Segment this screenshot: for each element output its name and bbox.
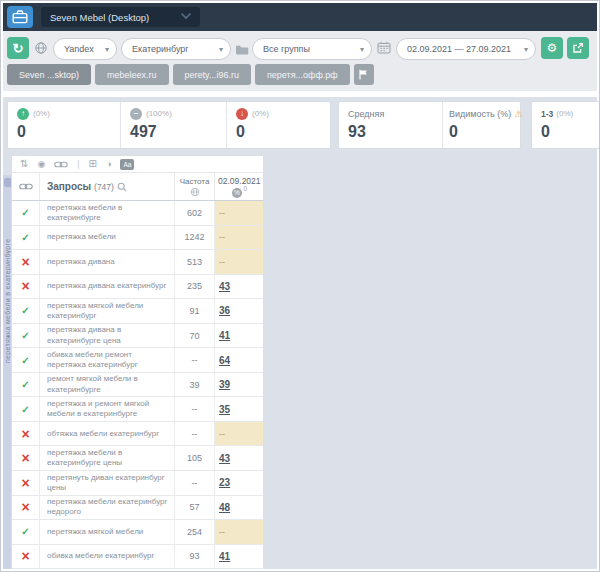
link-column-header[interactable] xyxy=(12,173,40,200)
summary-cards-metrics: Средняя 93 Видимость (%) ⚠ 0 xyxy=(338,101,521,149)
down-percent: (0%) xyxy=(252,109,269,118)
frequency-cell: 39 xyxy=(175,373,215,397)
table-row: ✓перетяжка мебели1242-- xyxy=(12,226,263,251)
region-select[interactable]: Екатеринбург ▾ xyxy=(121,38,231,60)
project-tag[interactable]: perety...i96.ru xyxy=(173,64,251,85)
search-engine-select[interactable]: Yandex ▾ xyxy=(53,38,117,60)
position-link[interactable]: 43 xyxy=(219,453,230,464)
flag-icon xyxy=(358,69,369,80)
query-cell[interactable]: перетяжка мебели в екатеринбурге xyxy=(40,201,175,225)
arrow-down-circle-icon: ↓ xyxy=(236,108,248,120)
status-cell: × xyxy=(12,446,40,470)
refresh-button[interactable]: ↻ xyxy=(7,37,29,59)
table-row: ×перетяжка дивана513-- xyxy=(12,250,263,275)
query-cell[interactable]: перетяжка дивана xyxy=(40,250,175,274)
query-cell[interactable]: перетяжка мебели в екатеринбурге цены xyxy=(40,446,175,470)
chevron-down-icon: ▾ xyxy=(360,45,364,54)
frequency-cell: -- xyxy=(175,422,215,446)
position-cell: 64 xyxy=(215,348,263,372)
date-label: 02.09.2021 xyxy=(218,176,263,186)
folder-icon[interactable] xyxy=(235,44,249,55)
query-cell[interactable]: перетяжка мягкой мебели xyxy=(40,520,175,544)
top-bar: Seven Mebel (Desktop) xyxy=(3,3,597,31)
position-link[interactable]: 41 xyxy=(219,551,230,562)
status-cell: ✓ xyxy=(12,348,40,372)
date-column-header[interactable]: 02.09.2021 % 0 xyxy=(215,173,263,200)
query-cell[interactable]: перетяжка и ремонт мягкой мебели в екате… xyxy=(40,397,175,421)
projects-home-button[interactable] xyxy=(7,6,33,28)
cross-icon: × xyxy=(21,257,29,267)
flag-marker-button[interactable] xyxy=(354,64,374,85)
unchanged-percent: (100%) xyxy=(146,109,172,118)
check-icon: ✓ xyxy=(21,355,29,366)
summary-card-top3[interactable]: 1-3 (0%) 0 xyxy=(532,102,599,148)
frequency-cell: 602 xyxy=(175,201,215,225)
group-filter-select[interactable]: Все группы ▾ xyxy=(252,38,372,60)
table-row: ✓перетяжка мягкой мебели254-- xyxy=(12,520,263,545)
link-icon[interactable] xyxy=(54,160,68,169)
position-link[interactable]: 35 xyxy=(219,404,230,415)
calendar-icon[interactable] xyxy=(377,41,391,54)
grid-icon[interactable]: ⊞ xyxy=(89,159,97,169)
summary-card-up[interactable]: ↑ (0%) 0 xyxy=(8,102,120,148)
table-row: ✓обивка мебели ремонт перетяжка екатерин… xyxy=(12,348,263,373)
visibility-value: 0 xyxy=(449,123,520,141)
query-cell[interactable]: перетяжка дивана в екатеринбурге цена xyxy=(40,324,175,348)
position-link[interactable]: 48 xyxy=(219,502,230,513)
status-cell: ✓ xyxy=(12,299,40,323)
frequency-cell: 70 xyxy=(175,324,215,348)
arrow-up-circle-icon: ↑ xyxy=(17,108,29,120)
query-cell[interactable]: перетяжка мебели xyxy=(40,226,175,250)
settings-button[interactable]: ⚙ xyxy=(541,37,563,59)
query-cell[interactable]: перетяжка мягкой мебели екатеринбург xyxy=(40,299,175,323)
sort-icon[interactable]: ⇅ xyxy=(20,159,28,169)
query-cell[interactable]: обивка мебели ремонт перетяжка екатеринб… xyxy=(40,348,175,372)
position-cell: 43 xyxy=(215,275,263,299)
cross-icon: × xyxy=(21,453,29,463)
chevron-down-icon xyxy=(180,12,192,20)
up-value: 0 xyxy=(17,123,120,141)
position-link[interactable]: 41 xyxy=(219,330,230,341)
query-cell[interactable]: ремонт мягкой мебели в екатеринбурге xyxy=(40,373,175,397)
query-cell[interactable]: перетянуть диван екатеринбург цены xyxy=(40,471,175,495)
position-link[interactable]: 39 xyxy=(219,379,230,390)
project-tag[interactable]: mebeleex.ru xyxy=(95,64,169,85)
check-icon: ✓ xyxy=(21,207,29,218)
cross-icon: × xyxy=(21,478,29,488)
summary-card-unchanged[interactable]: − (100%) 497 xyxy=(120,102,226,148)
query-cell[interactable]: обтяжка мебели екатеринбург xyxy=(40,422,175,446)
project-selector[interactable]: Seven Mebel (Desktop) xyxy=(41,7,200,27)
position-link[interactable]: 64 xyxy=(219,355,230,366)
text-case-icon[interactable]: Aa xyxy=(120,159,134,170)
summary-card-visibility: Видимость (%) ⚠ 0 xyxy=(442,102,520,148)
date-range-select[interactable]: 02.09.2021 — 27.09.2021 ▾ xyxy=(396,38,536,60)
toolbar-divider: | xyxy=(77,159,79,169)
query-cell[interactable]: перетяжка дивана екатеринбург xyxy=(40,275,175,299)
summary-card-down[interactable]: ↓ (0%) 0 xyxy=(226,102,330,148)
frequency-cell: 91 xyxy=(175,299,215,323)
check-icon: ✓ xyxy=(21,526,29,537)
project-tags-row: Seven ...sktop)mebeleex.ruperety...i96.r… xyxy=(7,64,374,85)
position-link[interactable]: 43 xyxy=(219,281,230,292)
project-tag[interactable]: перетя...офф.рф xyxy=(255,64,350,85)
position-cell: 36 xyxy=(215,299,263,323)
queries-column-header[interactable]: Запросы (747) xyxy=(40,173,175,200)
position-link[interactable]: 36 xyxy=(219,305,230,316)
position-cell: 43 xyxy=(215,446,263,470)
target-icon[interactable]: ◉ xyxy=(37,160,45,169)
percent-icon: % xyxy=(232,188,242,198)
contrast-icon[interactable]: ◑ xyxy=(106,160,111,169)
frequency-column-header[interactable]: Частота xyxy=(175,173,215,200)
briefcase-icon xyxy=(12,10,28,24)
position-link[interactable]: 23 xyxy=(219,477,230,488)
export-button[interactable] xyxy=(567,37,589,59)
check-icon: ✓ xyxy=(21,404,29,415)
frequency-label: Частота xyxy=(180,177,210,186)
search-icon[interactable] xyxy=(117,182,127,192)
export-icon xyxy=(572,42,584,54)
project-tag[interactable]: Seven ...sktop) xyxy=(7,64,91,85)
status-cell: × xyxy=(12,422,40,446)
query-cell[interactable]: обивка мебели екатеринбург xyxy=(40,545,175,569)
cross-icon: × xyxy=(21,551,29,561)
query-cell[interactable]: перетяжка мебели екатеринбург недорого xyxy=(40,496,175,520)
